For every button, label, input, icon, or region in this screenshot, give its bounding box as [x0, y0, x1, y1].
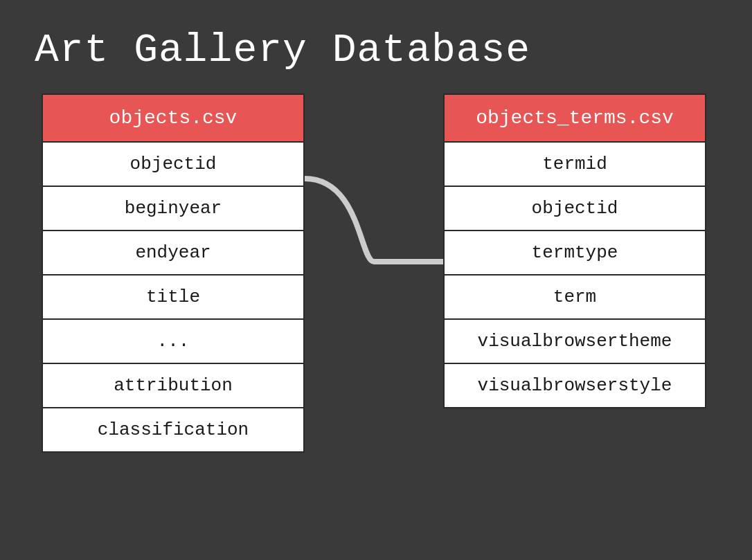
table-row: visualbrowsertheme	[445, 320, 705, 364]
table-row: termtype	[445, 231, 705, 276]
table-row: beginyear	[43, 187, 303, 231]
diagram-container: objects.csv objectid beginyear endyear t…	[0, 93, 752, 500]
table-row: term	[445, 276, 705, 320]
page-title: Art Gallery Database	[0, 0, 752, 93]
table-right-header: objects_terms.csv	[445, 95, 705, 143]
table-row: attribution	[43, 364, 303, 408]
table-row: objectid	[445, 187, 705, 231]
table-row: objectid	[43, 143, 303, 187]
table-row: classification	[43, 408, 303, 451]
table-left-header: objects.csv	[43, 95, 303, 143]
table-row: title	[43, 276, 303, 320]
connector-area	[305, 141, 443, 500]
table-left: objects.csv objectid beginyear endyear t…	[42, 93, 305, 453]
table-row: visualbrowserstyle	[445, 364, 705, 407]
connector-svg	[305, 141, 443, 500]
table-row: termid	[445, 143, 705, 187]
table-row: ...	[43, 320, 303, 364]
table-right: objects_terms.csv termid objectid termty…	[443, 93, 706, 408]
table-row: endyear	[43, 231, 303, 276]
